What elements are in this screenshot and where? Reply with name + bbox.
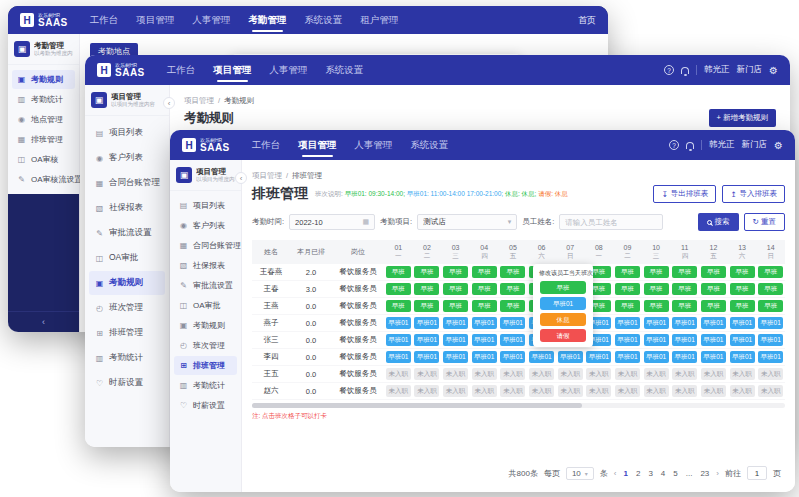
shift-badge[interactable]: 早班 <box>644 283 669 295</box>
user-name[interactable]: 韩光正 <box>709 139 735 151</box>
sidebar-item-project-list[interactable]: ▤项目列表 <box>174 196 237 215</box>
nav-item-project-mgmt[interactable]: 项目管理 <box>213 56 251 85</box>
shift-badge[interactable]: 早班 <box>730 266 755 278</box>
shift-badge[interactable]: 早班01 <box>758 317 783 329</box>
shift-option-orange[interactable]: 休息 <box>540 313 586 326</box>
shift-badge[interactable]: 早班01 <box>672 317 697 329</box>
shift-badge[interactable]: 未入职 <box>529 368 554 380</box>
shift-badge[interactable]: 早班01 <box>758 351 783 363</box>
shift-badge[interactable]: 早班01 <box>586 351 611 363</box>
shift-badge[interactable]: 未入职 <box>758 385 783 397</box>
shift-badge[interactable]: 早班01 <box>758 334 783 346</box>
sidebar-item-attendance-rules[interactable]: ▣考勤规则 <box>89 271 165 295</box>
settings-gear-icon[interactable]: ⚙ <box>774 140 783 151</box>
nav-item-system-settings[interactable]: 系统设置 <box>304 6 342 35</box>
page-number[interactable]: 1 <box>622 469 628 478</box>
shift-badge[interactable]: 早班01 <box>701 334 726 346</box>
nav-item-hr-mgmt[interactable]: 人事管理 <box>192 6 230 35</box>
notification-bell-icon[interactable] <box>681 67 689 74</box>
shift-badge[interactable]: 未入职 <box>672 368 697 380</box>
breadcrumb-parent[interactable]: 项目管理 <box>184 96 214 106</box>
shift-badge[interactable]: 未入职 <box>558 368 583 380</box>
page-number[interactable]: 23 <box>699 469 710 478</box>
nav-item-hr-mgmt[interactable]: 人事管理 <box>354 131 392 160</box>
shift-badge[interactable]: 早班 <box>386 300 411 312</box>
shift-badge[interactable]: 早班 <box>500 300 525 312</box>
shift-badge[interactable]: 未入职 <box>500 385 525 397</box>
shift-badge[interactable]: 未入职 <box>730 368 755 380</box>
per-page-select[interactable]: 10 ▾ <box>566 467 594 480</box>
scrollbar-thumb[interactable] <box>252 403 582 408</box>
help-icon[interactable]: ? <box>664 65 674 75</box>
shift-badge[interactable]: 未入职 <box>615 385 640 397</box>
shift-badge[interactable]: 未入职 <box>443 368 468 380</box>
shift-badge[interactable]: 未入职 <box>730 385 755 397</box>
shift-badge[interactable]: 未入职 <box>500 368 525 380</box>
shift-badge[interactable]: 早班 <box>472 300 497 312</box>
shift-badge[interactable]: 早班01 <box>529 351 554 363</box>
sidebar-item-attendance-stats[interactable]: ▥考勤统计 <box>174 376 237 395</box>
shift-badge[interactable]: 早班01 <box>730 334 755 346</box>
shift-badge[interactable]: 早班01 <box>472 351 497 363</box>
sidebar-item-customer-list[interactable]: ◉客户列表 <box>89 146 165 170</box>
nav-item-project-mgmt[interactable]: 项目管理 <box>136 6 174 35</box>
nav-item-hr-mgmt[interactable]: 人事管理 <box>269 56 307 85</box>
shift-badge[interactable]: 早班 <box>443 300 468 312</box>
shift-badge[interactable]: 未入职 <box>586 368 611 380</box>
shift-badge[interactable]: 早班 <box>414 300 439 312</box>
shift-badge[interactable]: 早班 <box>644 300 669 312</box>
shift-badge[interactable]: 早班01 <box>414 351 439 363</box>
shift-badge[interactable]: 早班 <box>414 266 439 278</box>
shift-badge[interactable]: 早班01 <box>701 317 726 329</box>
nav-item-workbench[interactable]: 工作台 <box>252 131 281 160</box>
prev-page-button[interactable]: ‹ <box>614 469 617 478</box>
help-icon[interactable]: ? <box>669 140 679 150</box>
shift-badge[interactable]: 早班 <box>472 266 497 278</box>
shift-badge[interactable]: 未入职 <box>615 368 640 380</box>
shift-badge[interactable]: 早班 <box>730 283 755 295</box>
shift-option-blue[interactable]: 早班01 <box>540 297 586 310</box>
sidebar-item-location-mgmt[interactable]: ◉地点管理 <box>12 110 75 129</box>
sidebar-item-shift-mgmt[interactable]: ◴班次管理 <box>89 296 165 320</box>
shift-badge[interactable]: 早班 <box>386 283 411 295</box>
shift-badge[interactable]: 早班01 <box>472 334 497 346</box>
sidebar-item-schedule-mgmt[interactable]: ▦排班管理 <box>12 130 75 149</box>
settings-gear-icon[interactable]: ⚙ <box>769 65 778 76</box>
project-select[interactable]: 测试店 ▾ <box>417 214 517 230</box>
shift-badge[interactable]: 早班 <box>672 266 697 278</box>
home-link[interactable]: 首页 <box>578 14 596 27</box>
store-name[interactable]: 新门店 <box>742 139 768 151</box>
shift-badge[interactable]: 早班 <box>672 283 697 295</box>
add-attendance-rule-button[interactable]: + 新增考勤规则 <box>709 109 776 127</box>
notification-bell-icon[interactable] <box>686 142 694 149</box>
shift-badge[interactable]: 早班01 <box>472 317 497 329</box>
shift-badge[interactable]: 早班 <box>701 266 726 278</box>
shift-badge[interactable]: 早班 <box>386 266 411 278</box>
shift-badge[interactable]: 未入职 <box>701 385 726 397</box>
shift-badge[interactable]: 早班 <box>472 283 497 295</box>
reset-button[interactable]: ↻ 重置 <box>744 213 785 231</box>
nav-item-project-mgmt[interactable]: 项目管理 <box>298 131 336 160</box>
shift-badge[interactable]: 早班01 <box>672 334 697 346</box>
shift-badge[interactable]: 未入职 <box>472 368 497 380</box>
horizontal-scrollbar[interactable] <box>252 403 785 408</box>
import-schedule-button[interactable]: ↥ 导入排班表 <box>722 185 785 203</box>
search-button[interactable]: 搜索 <box>698 213 739 231</box>
sidebar-item-oa-review[interactable]: ◫OA审核 <box>12 150 75 169</box>
sidebar-item-oa-approval[interactable]: ◫OA审批 <box>174 296 237 315</box>
shift-badge[interactable]: 早班01 <box>414 334 439 346</box>
shift-badge[interactable]: 早班01 <box>386 334 411 346</box>
shift-badge[interactable]: 早班 <box>500 266 525 278</box>
sidebar-item-shift-mgmt[interactable]: ◴班次管理 <box>174 336 237 355</box>
shift-badge[interactable]: 早班 <box>701 300 726 312</box>
user-name[interactable]: 韩光正 <box>704 64 730 76</box>
shift-badge[interactable]: 早班01 <box>500 317 525 329</box>
shift-badge[interactable]: 早班01 <box>644 351 669 363</box>
shift-badge[interactable]: 早班 <box>443 283 468 295</box>
nav-item-system-settings[interactable]: 系统设置 <box>325 56 363 85</box>
sidebar-item-schedule-mgmt[interactable]: ⊞排班管理 <box>89 321 165 345</box>
sidebar-item-oa-review-flow-settings[interactable]: ✎OA审核流设置 <box>12 170 75 189</box>
sidebar-collapse-button[interactable]: ‹ <box>163 97 175 109</box>
shift-badge[interactable]: 早班01 <box>644 317 669 329</box>
shift-badge[interactable]: 早班 <box>758 283 783 295</box>
